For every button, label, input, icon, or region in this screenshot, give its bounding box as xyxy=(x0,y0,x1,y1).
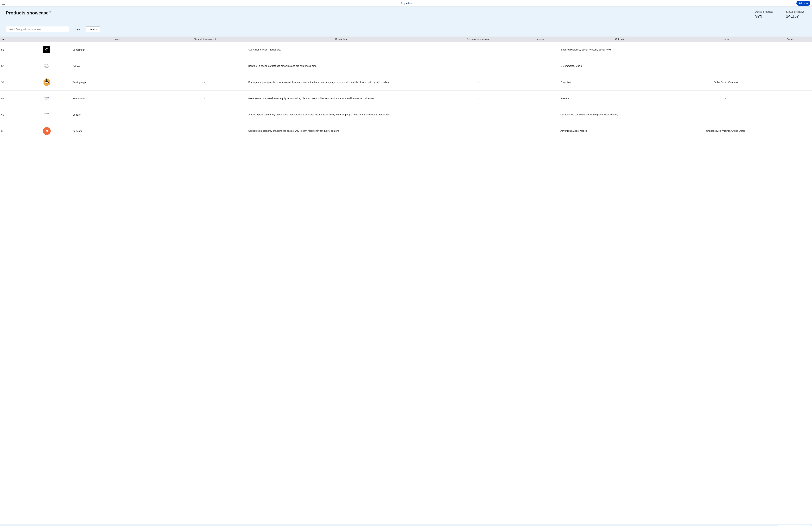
product-logo-placeholder: Flipidea LOGO NOT FOUND xyxy=(43,95,50,102)
brand-logo-text: lipidea xyxy=(403,1,412,5)
cell-name[interactable]: Bee Invested xyxy=(71,90,162,107)
hamburger-icon[interactable] xyxy=(2,2,5,4)
placeholder-brand: Flipidea xyxy=(44,97,49,98)
col-no[interactable]: No. xyxy=(0,36,23,42)
cell-stage: - xyxy=(162,123,247,139)
table-header: No. Name Stage of development Descriptio… xyxy=(0,36,812,42)
stat-unknown: Status unknown 24,137 xyxy=(786,10,804,19)
cell-owners xyxy=(769,107,812,123)
cell-location: Charlottesville, Virginia, United States xyxy=(683,123,769,139)
product-logo: C xyxy=(43,46,50,54)
cell-logo xyxy=(23,74,71,90)
cell-owners xyxy=(769,74,812,90)
cell-stage: - xyxy=(162,107,247,123)
page-title: Products showcasei xyxy=(6,10,51,16)
add-new-button[interactable]: Add new xyxy=(796,1,810,6)
cell-industry: - xyxy=(521,42,559,58)
table-body: 56. C Be Conteur - Storyteller, Stories,… xyxy=(0,42,812,139)
cell-description: Social media economy providing the easie… xyxy=(247,123,435,139)
col-stage[interactable]: Stage of development xyxy=(162,36,247,42)
footer-right: Show rows: 500 xyxy=(764,525,810,526)
cell-no: 60. xyxy=(0,107,23,123)
brand-logo-mark: 「 xyxy=(400,1,403,5)
cell-stage: - xyxy=(162,74,247,90)
cell-reasons: - xyxy=(435,107,521,123)
cell-name[interactable]: Be Conteur xyxy=(71,42,162,58)
table-row[interactable]: 59. Flipidea LOGO NOT FOUND Bee Invested… xyxy=(0,90,812,107)
cell-location: - xyxy=(683,90,769,107)
col-location[interactable]: Location xyxy=(683,36,769,42)
cell-description: Beelinguapp gives you the power to read,… xyxy=(247,74,435,90)
stat-unknown-value: 24,137 xyxy=(786,14,804,19)
placeholder-notfound: LOGO NOT FOUND xyxy=(43,98,50,100)
stats: Active products 979 Status unknown 24,13… xyxy=(755,10,806,19)
cell-categories: Collaborative Consumption, Marketplace, … xyxy=(559,107,683,123)
search-row: Clear Search xyxy=(6,27,806,32)
cell-logo: Flipidea LOGO NOT FOUND xyxy=(23,58,71,74)
stat-active-label: Active products xyxy=(755,10,773,13)
product-logo: B xyxy=(43,127,51,135)
cell-no: 58. xyxy=(0,74,23,90)
bee-icon xyxy=(43,78,50,86)
cell-reasons: - xyxy=(435,42,521,58)
cell-owners xyxy=(769,58,812,74)
hero: Products showcasei Active products 979 S… xyxy=(0,6,812,36)
cell-description: Bee Invested is a novel Swiss equity cro… xyxy=(247,90,435,107)
cell-name[interactable]: Beepyo xyxy=(71,107,162,123)
brand-logo[interactable]: 「lipidea xyxy=(400,1,412,5)
stat-active: Active products 979 xyxy=(755,10,773,19)
cell-logo: Flipidea LOGO NOT FOUND xyxy=(23,107,71,123)
cell-logo: Flipidea LOGO NOT FOUND xyxy=(23,90,71,107)
cell-no: 56. xyxy=(0,42,23,58)
cell-name[interactable]: Belacam xyxy=(71,123,162,139)
col-description[interactable]: Description xyxy=(247,36,435,42)
page-title-text: Products showcase xyxy=(6,10,48,15)
col-owners[interactable]: Owners xyxy=(769,36,812,42)
col-industry[interactable]: Industry xyxy=(521,36,559,42)
cell-description: A peer to peer community-driven rental m… xyxy=(247,107,435,123)
table-row[interactable]: 60. Flipidea LOGO NOT FOUND Beepyo - A p… xyxy=(0,107,812,123)
cell-stage: - xyxy=(162,42,247,58)
col-name[interactable]: Name xyxy=(71,36,162,42)
col-reasons[interactable]: Reasons for shutdown xyxy=(435,36,521,42)
cell-industry: - xyxy=(521,58,559,74)
col-categories[interactable]: Categories xyxy=(559,36,683,42)
cell-reasons: - xyxy=(435,123,521,139)
placeholder-brand: Flipidea xyxy=(44,113,49,115)
rows-select[interactable]: 500 xyxy=(778,525,810,526)
cell-name[interactable]: Bckstge xyxy=(71,58,162,74)
table-row[interactable]: 58. Beelinguapp - Beelinguapp gives you … xyxy=(0,74,812,90)
table-row[interactable]: 56. C Be Conteur - Storyteller, Stories,… xyxy=(0,42,812,58)
cell-description: Storyteller, Stories, Articles etc. xyxy=(247,42,435,58)
cell-categories: Blogging Platforms, Social Network, Soci… xyxy=(559,42,683,58)
cell-location: - xyxy=(683,107,769,123)
placeholder-brand: Flipidea xyxy=(44,64,49,66)
cell-reasons: - xyxy=(435,74,521,90)
table-row[interactable]: 61. B Belacam - Social media economy pro… xyxy=(0,123,812,139)
cell-reasons: - xyxy=(435,58,521,74)
cell-location: - xyxy=(683,42,769,58)
cell-logo: B xyxy=(23,123,71,139)
cell-location: Berlin, Berlin, Germany xyxy=(683,74,769,90)
cell-description: Bckstge - a social marketplace for artis… xyxy=(247,58,435,74)
product-logo-placeholder: Flipidea LOGO NOT FOUND xyxy=(43,111,50,118)
cell-logo: C xyxy=(23,42,71,58)
cell-industry: - xyxy=(521,74,559,90)
products-table: No. Name Stage of development Descriptio… xyxy=(0,36,812,139)
cell-owners xyxy=(769,42,812,58)
hero-top: Products showcasei Active products 979 S… xyxy=(6,10,806,19)
cell-categories: Finance, xyxy=(559,90,683,107)
footer: 1-500 of 979 First Next Last Show rows: … xyxy=(0,524,812,526)
table-row[interactable]: 57. Flipidea LOGO NOT FOUND Bckstge - Bc… xyxy=(0,58,812,74)
cell-owners xyxy=(769,123,812,139)
stat-active-value: 979 xyxy=(755,14,773,19)
table-scroll[interactable]: No. Name Stage of development Descriptio… xyxy=(0,36,812,524)
info-icon[interactable]: i xyxy=(49,11,51,13)
product-logo-placeholder: Flipidea LOGO NOT FOUND xyxy=(43,62,50,70)
cell-reasons: - xyxy=(435,90,521,107)
search-input[interactable] xyxy=(6,27,69,32)
clear-button[interactable]: Clear xyxy=(71,27,84,32)
cell-name[interactable]: Beelinguapp xyxy=(71,74,162,90)
cell-stage: - xyxy=(162,90,247,107)
search-button[interactable]: Search xyxy=(86,27,100,32)
